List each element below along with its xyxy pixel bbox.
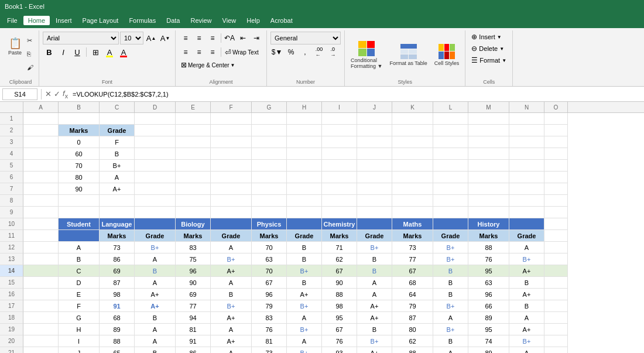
cell-a12[interactable] bbox=[23, 242, 59, 253]
cell-i20[interactable]: 76 bbox=[322, 335, 357, 347]
cell-g20[interactable]: 81 bbox=[252, 335, 287, 347]
col-header-o[interactable]: O bbox=[544, 102, 568, 112]
cell-d12[interactable]: B+ bbox=[135, 242, 176, 253]
cell-j10[interactable] bbox=[357, 218, 392, 230]
cell-f15[interactable]: A bbox=[211, 277, 252, 289]
cell-o10[interactable] bbox=[544, 218, 568, 230]
cell-l14[interactable]: B bbox=[433, 265, 468, 277]
cell-i7[interactable] bbox=[322, 183, 357, 195]
cell-m18[interactable]: 89 bbox=[468, 312, 509, 324]
cell-i21[interactable]: 93 bbox=[322, 347, 357, 353]
cell-h1[interactable] bbox=[287, 113, 322, 125]
cell-o1[interactable] bbox=[544, 113, 568, 125]
cell-a13[interactable] bbox=[23, 253, 59, 265]
cell-a18[interactable] bbox=[23, 312, 59, 324]
cell-b13[interactable]: B bbox=[59, 253, 100, 265]
cell-g6[interactable] bbox=[252, 172, 287, 183]
cell-f17[interactable]: B+ bbox=[211, 300, 252, 312]
align-bottom-button[interactable]: ≡ bbox=[206, 32, 219, 44]
cell-d5[interactable] bbox=[135, 160, 176, 172]
cell-d16[interactable]: A+ bbox=[135, 289, 176, 300]
cell-i1[interactable] bbox=[322, 113, 357, 125]
cell-g8[interactable] bbox=[252, 195, 287, 207]
decrease-decimal-button[interactable]: .0→ bbox=[327, 46, 340, 59]
cell-j18[interactable]: A+ bbox=[357, 312, 392, 324]
row-num-11[interactable]: 11 bbox=[0, 230, 23, 242]
cell-b7[interactable]: 90 bbox=[59, 183, 100, 195]
cell-h12[interactable]: B bbox=[287, 242, 322, 253]
cell-l17[interactable]: B+ bbox=[433, 300, 468, 312]
cell-h2[interactable] bbox=[287, 125, 322, 136]
cell-j13[interactable]: B bbox=[357, 253, 392, 265]
cell-n15[interactable]: B bbox=[509, 277, 544, 289]
row-num-16[interactable]: 16 bbox=[0, 289, 23, 300]
cell-a4[interactable] bbox=[23, 148, 59, 160]
cell-b10[interactable]: Student bbox=[59, 218, 100, 230]
cell-o4[interactable] bbox=[544, 148, 568, 160]
cell-l11[interactable]: Grade bbox=[433, 230, 468, 242]
cell-g19[interactable]: 76 bbox=[252, 324, 287, 335]
cell-f13[interactable]: B+ bbox=[211, 253, 252, 265]
col-header-b[interactable]: B bbox=[59, 102, 100, 112]
formula-input[interactable] bbox=[70, 91, 642, 98]
cell-b3[interactable]: 0 bbox=[59, 136, 100, 148]
cell-o2[interactable] bbox=[544, 125, 568, 136]
cell-l10[interactable] bbox=[433, 218, 468, 230]
insert-function-icon[interactable]: fx bbox=[63, 89, 68, 100]
cell-m17[interactable]: 66 bbox=[468, 300, 509, 312]
cell-m1[interactable] bbox=[468, 113, 509, 125]
cell-b5[interactable]: 70 bbox=[59, 160, 100, 172]
cell-m5[interactable] bbox=[468, 160, 509, 172]
cell-b14[interactable]: C bbox=[59, 265, 100, 277]
cell-d18[interactable]: B bbox=[135, 312, 176, 324]
cell-n9[interactable] bbox=[509, 207, 544, 218]
cell-m10[interactable]: History bbox=[468, 218, 509, 230]
row-num-12[interactable]: 12 bbox=[0, 242, 23, 253]
cell-k11[interactable]: Marks bbox=[392, 230, 433, 242]
cell-i4[interactable] bbox=[322, 148, 357, 160]
col-header-c[interactable]: C bbox=[100, 102, 135, 112]
cell-g7[interactable] bbox=[252, 183, 287, 195]
cell-c10[interactable]: Language bbox=[100, 218, 135, 230]
cell-l9[interactable] bbox=[433, 207, 468, 218]
cell-e16[interactable]: 69 bbox=[176, 289, 211, 300]
cell-o8[interactable] bbox=[544, 195, 568, 207]
cell-o20[interactable] bbox=[544, 335, 568, 347]
cell-k3[interactable] bbox=[392, 136, 433, 148]
cell-b12[interactable]: A bbox=[59, 242, 100, 253]
cell-e19[interactable]: 81 bbox=[176, 324, 211, 335]
cell-e7[interactable] bbox=[176, 183, 211, 195]
cell-b6[interactable]: 80 bbox=[59, 172, 100, 183]
cell-g13[interactable]: 63 bbox=[252, 253, 287, 265]
cell-a2[interactable] bbox=[23, 125, 59, 136]
cell-c1[interactable] bbox=[100, 113, 135, 125]
cell-f6[interactable] bbox=[211, 172, 252, 183]
cell-b16[interactable]: E bbox=[59, 289, 100, 300]
cell-l1[interactable] bbox=[433, 113, 468, 125]
cell-c14[interactable]: 69 bbox=[100, 265, 135, 277]
cell-d1[interactable] bbox=[135, 113, 176, 125]
format-dropdown[interactable]: ▼ bbox=[502, 58, 506, 63]
merge-dropdown-icon[interactable]: ▼ bbox=[231, 63, 235, 68]
cell-b20[interactable]: I bbox=[59, 335, 100, 347]
cell-c6[interactable]: A bbox=[100, 172, 135, 183]
cell-h3[interactable] bbox=[287, 136, 322, 148]
cell-h9[interactable] bbox=[287, 207, 322, 218]
cancel-formula-icon[interactable]: ✕ bbox=[45, 90, 52, 98]
cell-b17[interactable]: F bbox=[59, 300, 100, 312]
row-num-14[interactable]: 14 bbox=[0, 265, 23, 277]
cell-d14[interactable]: B bbox=[135, 265, 176, 277]
cell-l5[interactable] bbox=[433, 160, 468, 172]
cell-j2[interactable] bbox=[357, 125, 392, 136]
cell-a20[interactable] bbox=[23, 335, 59, 347]
col-header-a[interactable]: A bbox=[23, 102, 59, 112]
cell-d6[interactable] bbox=[135, 172, 176, 183]
cell-h20[interactable]: A bbox=[287, 335, 322, 347]
cell-e5[interactable] bbox=[176, 160, 211, 172]
cell-a17[interactable] bbox=[23, 300, 59, 312]
cell-e12[interactable]: 83 bbox=[176, 242, 211, 253]
cell-g21[interactable]: 73 bbox=[252, 347, 287, 353]
cell-c15[interactable]: 87 bbox=[100, 277, 135, 289]
cell-g5[interactable] bbox=[252, 160, 287, 172]
cell-m6[interactable] bbox=[468, 172, 509, 183]
